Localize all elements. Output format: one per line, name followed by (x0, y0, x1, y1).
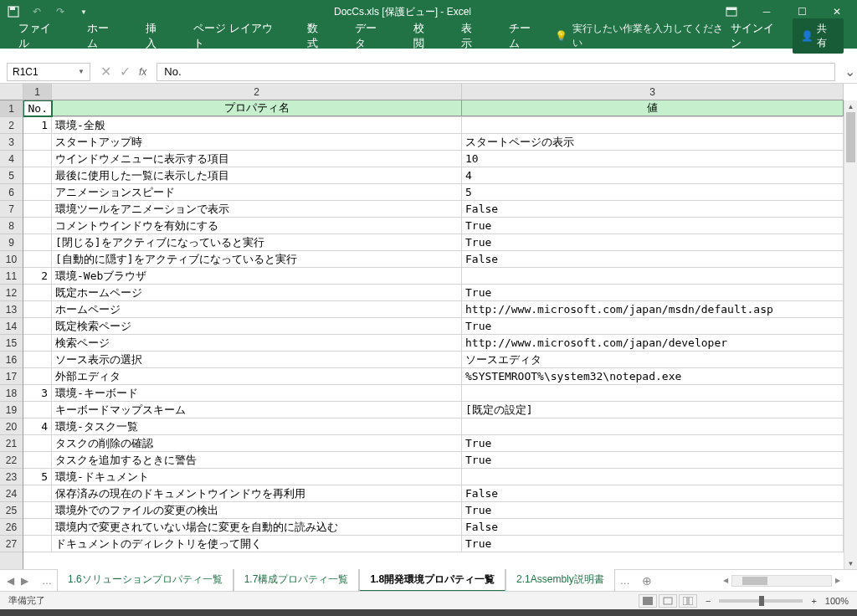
cell-no[interactable] (23, 234, 52, 250)
cell-value[interactable]: True (462, 318, 844, 334)
cell-no[interactable] (23, 184, 52, 200)
row-header[interactable]: 25 (0, 502, 23, 519)
cell-no[interactable]: 1 (23, 117, 52, 133)
fx-icon[interactable]: fx (139, 66, 146, 78)
cell-no[interactable]: 4 (23, 418, 52, 434)
row-header[interactable]: 26 (0, 519, 23, 536)
tab-pagelayout[interactable]: ページ レイアウト (182, 16, 292, 56)
cell-name[interactable]: 既定検索ページ (52, 318, 462, 334)
sheet-overflow-left[interactable]: … (37, 575, 57, 587)
row-header[interactable]: 1 (0, 100, 23, 117)
horizontal-scrollbar[interactable] (731, 575, 832, 587)
cell-no[interactable] (23, 502, 52, 518)
row-header[interactable]: 15 (0, 335, 23, 352)
cell-name[interactable]: ホームページ (52, 301, 462, 317)
cell-value[interactable]: True (462, 452, 844, 468)
row-header[interactable]: 17 (0, 368, 23, 385)
tab-home[interactable]: ホーム (75, 16, 131, 56)
cell-name[interactable]: 環境-タスク一覧 (52, 418, 462, 434)
row-header[interactable]: 3 (0, 134, 23, 151)
cell-name[interactable]: コメントウインドウを有効にする (52, 218, 462, 234)
cell-value[interactable]: 10 (462, 151, 844, 167)
cell-value[interactable] (462, 117, 844, 133)
page-break-view-icon[interactable] (679, 594, 697, 608)
hscroll-right-icon[interactable]: ▶ (832, 577, 844, 584)
normal-view-icon[interactable] (639, 594, 657, 608)
row-header[interactable]: 24 (0, 485, 23, 502)
cell-name[interactable]: タスクの削除の確認 (52, 435, 462, 451)
cell-no[interactable] (23, 151, 52, 167)
row-header[interactable]: 23 (0, 469, 23, 485)
row-header[interactable]: 5 (0, 167, 23, 184)
cell-value[interactable]: True (462, 285, 844, 300)
cell-value[interactable] (462, 268, 844, 284)
cell-value[interactable]: ソースエディタ (462, 352, 844, 367)
minimize-icon[interactable]: ─ (750, 0, 783, 23)
enter-icon[interactable]: ✓ (120, 64, 131, 80)
row-header[interactable]: 12 (0, 285, 23, 301)
cell-value[interactable]: %SYSTEMROOT%\system32\notepad.exe (462, 368, 844, 384)
row-header[interactable]: 10 (0, 251, 23, 268)
cell-no[interactable] (23, 318, 52, 334)
col-header-1[interactable]: 1 (23, 84, 52, 100)
cell-name[interactable]: [閉じる]をアクティブになっていると実行 (52, 234, 462, 250)
cell-name[interactable]: 外部エディタ (52, 368, 462, 384)
cell-no[interactable] (23, 352, 52, 367)
cell-name[interactable]: キーボードマップスキーム (52, 402, 462, 418)
cell-name[interactable]: 環境-キーボード (52, 385, 462, 401)
sheet-overflow-right[interactable]: … (615, 575, 635, 587)
cell-value[interactable]: 4 (462, 167, 844, 183)
cell-value[interactable]: スタートページの表示 (462, 134, 844, 150)
cell-value[interactable]: False (462, 201, 844, 217)
cell-value[interactable]: True (462, 536, 844, 552)
cell-no-header[interactable]: No. (23, 100, 52, 116)
cell-no[interactable]: 2 (23, 268, 52, 284)
row-header[interactable]: 6 (0, 184, 23, 201)
cell-no[interactable] (23, 251, 52, 267)
cell-no[interactable] (23, 368, 52, 384)
cell-value[interactable] (462, 469, 844, 485)
row-header[interactable]: 16 (0, 352, 23, 368)
cell-value[interactable]: True (462, 435, 844, 451)
cell-value[interactable]: False (462, 519, 844, 535)
zoom-in-icon[interactable]: + (811, 596, 816, 606)
cell-no[interactable] (23, 485, 52, 501)
cell-name[interactable]: アニメーションスピード (52, 184, 462, 200)
cancel-icon[interactable]: ✕ (100, 64, 111, 80)
cell-value[interactable] (462, 385, 844, 401)
tab-file[interactable]: ファイル (7, 16, 72, 56)
cell-no[interactable] (23, 218, 52, 234)
cell-no[interactable] (23, 301, 52, 317)
cell-name[interactable]: [自動的に隠す]をアクティブになっていると実行 (52, 251, 462, 267)
cell-name[interactable]: スタートアップ時 (52, 134, 462, 150)
col-header-2[interactable]: 2 (52, 84, 462, 100)
cell-no[interactable] (23, 335, 52, 351)
cell-no[interactable] (23, 167, 52, 183)
zoom-slider[interactable] (719, 599, 803, 603)
cell-no[interactable] (23, 452, 52, 468)
row-header[interactable]: 27 (0, 536, 23, 552)
add-sheet-icon[interactable]: ⊕ (635, 574, 659, 588)
share-button[interactable]: 👤共有 (793, 18, 844, 54)
cell-no[interactable] (23, 285, 52, 300)
row-header[interactable]: 21 (0, 435, 23, 452)
cell-no[interactable]: 5 (23, 469, 52, 485)
cell-name[interactable]: タスクを追加するときに警告 (52, 452, 462, 468)
row-header[interactable]: 18 (0, 385, 23, 402)
zoom-level[interactable]: 100% (825, 596, 849, 606)
chevron-down-icon[interactable]: ▼ (78, 68, 85, 75)
cell-no[interactable] (23, 519, 52, 535)
row-header[interactable]: 4 (0, 151, 23, 167)
signin-link[interactable]: サインイン (731, 21, 783, 51)
row-header[interactable]: 8 (0, 218, 23, 234)
row-header[interactable]: 9 (0, 234, 23, 251)
tab-review[interactable]: 校閲 (402, 16, 446, 56)
sheet-tab[interactable]: 1.8開発環境プロパティ一覧 (359, 569, 505, 592)
cell-name[interactable]: 保存済みの現在のドキュメントウインドウを再利用 (52, 485, 462, 501)
tab-team[interactable]: チーム (497, 16, 552, 56)
cell-value-header[interactable]: 値 (462, 100, 844, 116)
cell-name[interactable]: 環境ツールをアニメーションで表示 (52, 201, 462, 217)
cell-value[interactable]: False (462, 251, 844, 267)
cell-name[interactable]: 環境-ドキュメント (52, 469, 462, 485)
cell-no[interactable] (23, 134, 52, 150)
